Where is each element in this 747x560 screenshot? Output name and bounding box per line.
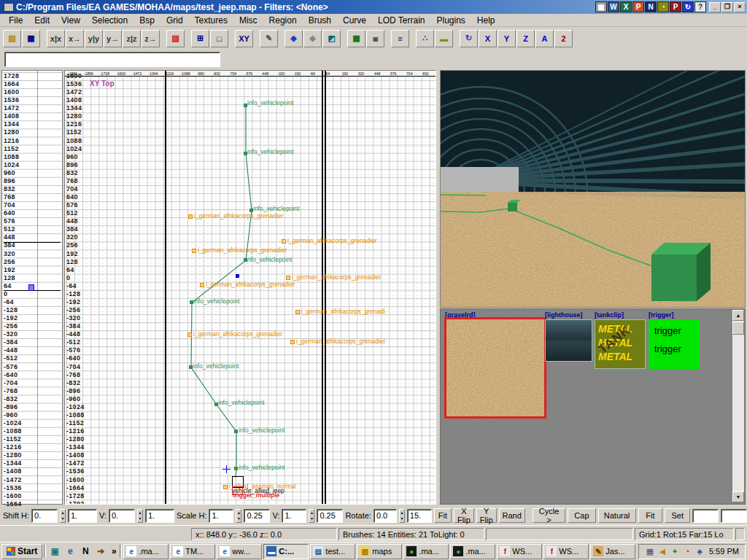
eye-2-button[interactable]: 2: [554, 30, 573, 47]
path-node[interactable]: [234, 429, 238, 433]
flip-y-button[interactable]: y|y: [85, 30, 103, 47]
shift-v-spinner[interactable]: ▲▼: [137, 509, 143, 523]
entity-label[interactable]: info_vehiclepoint: [247, 149, 293, 155]
shift-h-input[interactable]: [31, 509, 58, 523]
excel-icon[interactable]: X: [620, 1, 632, 12]
menu-help[interactable]: Help: [471, 14, 501, 27]
scale-v-spinner[interactable]: ▲▼: [309, 509, 314, 523]
save-button[interactable]: ▦: [22, 30, 40, 47]
open-button[interactable]: ▨: [3, 30, 21, 47]
menu-curve[interactable]: Curve: [337, 14, 372, 27]
scale-v-step-input[interactable]: [317, 509, 343, 523]
rotate-x-button[interactable]: x→: [66, 30, 84, 47]
office-logo-icon[interactable]: ▦: [595, 1, 607, 12]
task-button-tm[interactable]: eTM...: [170, 544, 215, 559]
rotate-step-input[interactable]: [407, 509, 432, 523]
scheduler-icon[interactable]: ▦: [645, 546, 655, 556]
word-icon[interactable]: W: [608, 1, 619, 12]
scroll-thumb[interactable]: [732, 322, 744, 335]
task-button-ws[interactable]: fWS...: [497, 544, 542, 559]
3d-viewport[interactable]: [440, 70, 746, 308]
task-button-ma[interactable]: e.ma...: [123, 544, 169, 559]
task-button-maps[interactable]: ▨maps: [357, 544, 402, 559]
task-button-ww[interactable]: eww...: [217, 544, 262, 559]
scroll-down-button[interactable]: ▼: [732, 491, 744, 502]
menu-grid[interactable]: Grid: [160, 14, 189, 27]
shift-h-step-input[interactable]: [68, 509, 97, 523]
shift-h-spinner[interactable]: ▲▼: [60, 509, 66, 523]
texture-tankclip[interactable]: METAL METAL METAL TANK: [595, 319, 646, 369]
powerpoint-icon[interactable]: P: [632, 1, 644, 12]
rotate-z-button[interactable]: z→: [142, 30, 160, 47]
task-button-jas[interactable]: ✎Jas...: [590, 544, 635, 559]
cycle-button[interactable]: Cycle >: [533, 508, 566, 523]
fit-patch-button[interactable]: Fit: [638, 508, 663, 523]
task-button-ws[interactable]: fWS...: [543, 544, 589, 559]
entity-label[interactable]: i_german_afrikacorps_grenadi: [295, 308, 385, 315]
entity-label[interactable]: info_vehiclepoint: [239, 427, 285, 434]
texture-gravelrd[interactable]: [446, 319, 544, 416]
free-rotate-button[interactable]: ↻: [460, 30, 478, 47]
shift-v-input[interactable]: [109, 509, 135, 523]
xy-2d-view[interactable]: -1984-1856-1728-1600-1472-1344-1216-1088…: [64, 70, 436, 505]
selected-point-marker[interactable]: [236, 274, 239, 278]
binder-icon[interactable]: ↻: [682, 1, 694, 12]
scale-h-step-input[interactable]: [244, 509, 270, 523]
restore-button[interactable]: ❐: [721, 2, 733, 12]
texture-browser[interactable]: [gravelrd] [lighthouse] [tankclip] METAL…: [440, 308, 746, 505]
task-button-ma[interactable]: ●.ma...: [403, 544, 449, 559]
clock-agent-icon[interactable]: ◔: [682, 546, 692, 556]
menu-edit[interactable]: Edit: [28, 14, 55, 27]
rotate-input[interactable]: [374, 509, 397, 523]
x-axis-button[interactable]: X: [479, 30, 497, 47]
chevron-icon[interactable]: »: [109, 544, 118, 559]
entity-label[interactable]: i_german_afrikacorps_grenadier: [187, 331, 282, 338]
menu-brush[interactable]: Brush: [303, 14, 337, 27]
extra-field-1[interactable]: [692, 509, 719, 523]
entity-label[interactable]: info_vehiclepoint: [246, 257, 292, 263]
entity-label[interactable]: info_vehiclepoint: [218, 400, 264, 406]
split-views-button[interactable]: ⊞: [191, 30, 209, 47]
rotate-y-button[interactable]: y→: [104, 30, 122, 47]
entity-graph-button[interactable]: ∴: [416, 30, 434, 47]
add-brush-button[interactable]: ◆: [303, 30, 322, 47]
show-desktop-icon[interactable]: ▣: [47, 544, 62, 559]
scale-h-spinner[interactable]: ▲▼: [236, 509, 241, 523]
scroll-up-button[interactable]: ▲: [732, 310, 744, 321]
border-view-button[interactable]: □: [210, 30, 228, 47]
menu-view[interactable]: View: [55, 14, 86, 27]
task-button-ma[interactable]: ●.ma...: [450, 544, 495, 559]
menu-textures[interactable]: Textures: [189, 14, 233, 27]
set-button[interactable]: Set: [665, 508, 690, 523]
z-axis-button[interactable]: Z: [516, 30, 535, 47]
hide-brushes-button[interactable]: ◆: [285, 30, 303, 47]
rotate-spinner[interactable]: ▲▼: [399, 509, 405, 523]
menu-file[interactable]: File: [3, 14, 28, 27]
menu-plugins[interactable]: Plugins: [430, 14, 471, 27]
entity-label[interactable]: info_vehiclepoint: [239, 464, 285, 471]
network-icon[interactable]: ✦: [670, 546, 680, 556]
flip-z-button[interactable]: z|z: [123, 30, 141, 47]
menu-misc[interactable]: Misc: [233, 14, 263, 27]
help-icon[interactable]: ?: [694, 1, 706, 12]
ie-icon[interactable]: e: [63, 544, 77, 559]
close-button[interactable]: ×: [734, 2, 746, 12]
textured-view-button[interactable]: ◩: [322, 30, 341, 47]
entity-label[interactable]: i_german_afrikacorps_grenadier: [192, 247, 287, 254]
entity-label[interactable]: info_vehiclepoint: [247, 100, 293, 106]
access-icon[interactable]: P: [670, 1, 681, 12]
y-axis-button[interactable]: Y: [498, 30, 516, 47]
menu-bsp[interactable]: Bsp: [133, 14, 160, 27]
extra-field-2[interactable]: [721, 509, 747, 523]
flip-x-button[interactable]: x|x: [47, 30, 65, 47]
scale-v-input[interactable]: [282, 509, 306, 523]
entity-label[interactable]: i_german_afrikacorps_grenadier: [286, 274, 381, 281]
rand-button[interactable]: Rand: [499, 508, 525, 523]
z-axis-panel[interactable]: 1728166416001536147214081344128012161152…: [1, 70, 63, 505]
cap-button[interactable]: Cap: [568, 508, 595, 523]
messenger-icon[interactable]: ♣: [694, 546, 705, 556]
start-button[interactable]: Start: [1, 544, 42, 559]
surface-dialog-button[interactable]: ✎: [260, 30, 278, 47]
y-flip-button[interactable]: Y Flip: [476, 508, 497, 523]
texture-scrollbar[interactable]: ▲ ▼: [732, 310, 744, 502]
